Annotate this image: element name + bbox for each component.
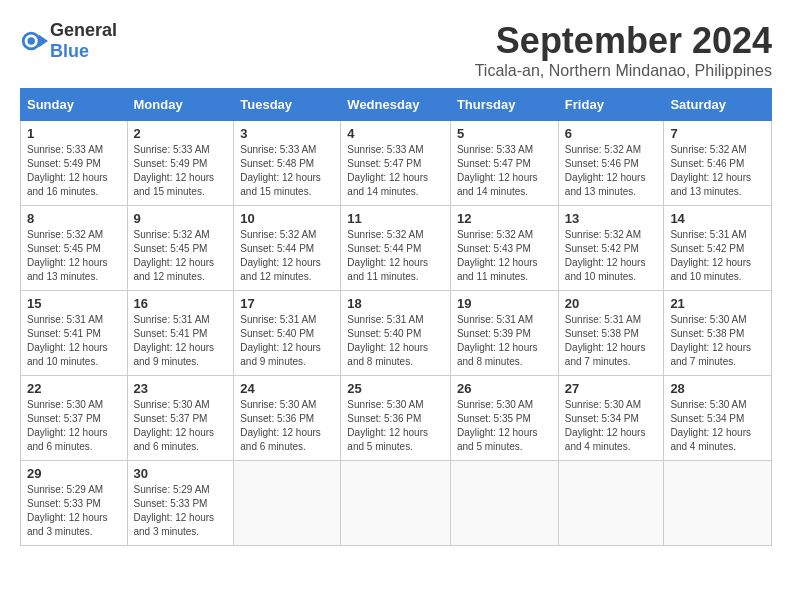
day-info: Sunrise: 5:32 AM Sunset: 5:44 PM Dayligh… [347,228,444,284]
day-info: Sunrise: 5:31 AM Sunset: 5:40 PM Dayligh… [347,313,444,369]
day-info: Sunrise: 5:32 AM Sunset: 5:46 PM Dayligh… [565,143,658,199]
day-number: 9 [134,211,228,226]
day-number: 21 [670,296,765,311]
day-info: Sunrise: 5:30 AM Sunset: 5:37 PM Dayligh… [27,398,121,454]
day-info: Sunrise: 5:30 AM Sunset: 5:36 PM Dayligh… [347,398,444,454]
svg-point-3 [27,37,34,44]
day-number: 18 [347,296,444,311]
day-number: 4 [347,126,444,141]
day-number: 1 [27,126,121,141]
calendar-cell [558,461,664,546]
header-tuesday: Tuesday [234,89,341,121]
day-number: 20 [565,296,658,311]
calendar-cell: 15 Sunrise: 5:31 AM Sunset: 5:41 PM Dayl… [21,291,128,376]
calendar-cell [450,461,558,546]
day-number: 7 [670,126,765,141]
day-number: 12 [457,211,552,226]
logo-general-text: General [50,20,117,40]
day-number: 25 [347,381,444,396]
calendar-row: 29 Sunrise: 5:29 AM Sunset: 5:33 PM Dayl… [21,461,772,546]
day-info: Sunrise: 5:32 AM Sunset: 5:44 PM Dayligh… [240,228,334,284]
calendar-cell: 29 Sunrise: 5:29 AM Sunset: 5:33 PM Dayl… [21,461,128,546]
day-number: 24 [240,381,334,396]
svg-marker-1 [39,34,48,47]
day-info: Sunrise: 5:32 AM Sunset: 5:45 PM Dayligh… [27,228,121,284]
calendar-row: 8 Sunrise: 5:32 AM Sunset: 5:45 PM Dayli… [21,206,772,291]
calendar-cell: 9 Sunrise: 5:32 AM Sunset: 5:45 PM Dayli… [127,206,234,291]
calendar-cell: 10 Sunrise: 5:32 AM Sunset: 5:44 PM Dayl… [234,206,341,291]
day-number: 22 [27,381,121,396]
day-number: 19 [457,296,552,311]
day-info: Sunrise: 5:31 AM Sunset: 5:41 PM Dayligh… [27,313,121,369]
calendar-cell: 6 Sunrise: 5:32 AM Sunset: 5:46 PM Dayli… [558,121,664,206]
calendar-row: 1 Sunrise: 5:33 AM Sunset: 5:49 PM Dayli… [21,121,772,206]
calendar-cell: 19 Sunrise: 5:31 AM Sunset: 5:39 PM Dayl… [450,291,558,376]
day-number: 29 [27,466,121,481]
day-number: 28 [670,381,765,396]
location-subtitle: Ticala-an, Northern Mindanao, Philippine… [475,62,772,80]
calendar-cell [341,461,451,546]
calendar-cell: 2 Sunrise: 5:33 AM Sunset: 5:49 PM Dayli… [127,121,234,206]
day-info: Sunrise: 5:32 AM Sunset: 5:45 PM Dayligh… [134,228,228,284]
day-number: 15 [27,296,121,311]
day-number: 26 [457,381,552,396]
day-info: Sunrise: 5:29 AM Sunset: 5:33 PM Dayligh… [27,483,121,539]
day-info: Sunrise: 5:30 AM Sunset: 5:37 PM Dayligh… [134,398,228,454]
calendar-cell: 1 Sunrise: 5:33 AM Sunset: 5:49 PM Dayli… [21,121,128,206]
day-info: Sunrise: 5:29 AM Sunset: 5:33 PM Dayligh… [134,483,228,539]
calendar-cell: 13 Sunrise: 5:32 AM Sunset: 5:42 PM Dayl… [558,206,664,291]
header-sunday: Sunday [21,89,128,121]
header-thursday: Thursday [450,89,558,121]
day-number: 13 [565,211,658,226]
day-number: 6 [565,126,658,141]
day-info: Sunrise: 5:33 AM Sunset: 5:47 PM Dayligh… [457,143,552,199]
calendar-cell: 11 Sunrise: 5:32 AM Sunset: 5:44 PM Dayl… [341,206,451,291]
day-info: Sunrise: 5:31 AM Sunset: 5:39 PM Dayligh… [457,313,552,369]
logo-blue-text: Blue [50,41,89,61]
calendar-cell: 20 Sunrise: 5:31 AM Sunset: 5:38 PM Dayl… [558,291,664,376]
header-saturday: Saturday [664,89,772,121]
day-number: 17 [240,296,334,311]
calendar-cell: 7 Sunrise: 5:32 AM Sunset: 5:46 PM Dayli… [664,121,772,206]
day-info: Sunrise: 5:32 AM Sunset: 5:43 PM Dayligh… [457,228,552,284]
calendar-cell: 30 Sunrise: 5:29 AM Sunset: 5:33 PM Dayl… [127,461,234,546]
month-year-title: September 2024 [475,20,772,62]
calendar-cell: 5 Sunrise: 5:33 AM Sunset: 5:47 PM Dayli… [450,121,558,206]
day-number: 3 [240,126,334,141]
day-info: Sunrise: 5:30 AM Sunset: 5:34 PM Dayligh… [565,398,658,454]
day-number: 30 [134,466,228,481]
day-info: Sunrise: 5:32 AM Sunset: 5:42 PM Dayligh… [565,228,658,284]
calendar-cell: 12 Sunrise: 5:32 AM Sunset: 5:43 PM Dayl… [450,206,558,291]
day-info: Sunrise: 5:31 AM Sunset: 5:40 PM Dayligh… [240,313,334,369]
header-friday: Friday [558,89,664,121]
day-number: 11 [347,211,444,226]
day-info: Sunrise: 5:31 AM Sunset: 5:41 PM Dayligh… [134,313,228,369]
header-wednesday: Wednesday [341,89,451,121]
day-info: Sunrise: 5:31 AM Sunset: 5:42 PM Dayligh… [670,228,765,284]
calendar-cell: 27 Sunrise: 5:30 AM Sunset: 5:34 PM Dayl… [558,376,664,461]
day-info: Sunrise: 5:31 AM Sunset: 5:38 PM Dayligh… [565,313,658,369]
day-number: 10 [240,211,334,226]
calendar-row: 15 Sunrise: 5:31 AM Sunset: 5:41 PM Dayl… [21,291,772,376]
calendar-row: 22 Sunrise: 5:30 AM Sunset: 5:37 PM Dayl… [21,376,772,461]
day-number: 2 [134,126,228,141]
calendar-cell: 14 Sunrise: 5:31 AM Sunset: 5:42 PM Dayl… [664,206,772,291]
calendar-cell [664,461,772,546]
header-monday: Monday [127,89,234,121]
day-number: 23 [134,381,228,396]
calendar-table: Sunday Monday Tuesday Wednesday Thursday… [20,88,772,546]
calendar-cell: 3 Sunrise: 5:33 AM Sunset: 5:48 PM Dayli… [234,121,341,206]
day-info: Sunrise: 5:32 AM Sunset: 5:46 PM Dayligh… [670,143,765,199]
calendar-cell: 16 Sunrise: 5:31 AM Sunset: 5:41 PM Dayl… [127,291,234,376]
day-number: 16 [134,296,228,311]
day-info: Sunrise: 5:30 AM Sunset: 5:35 PM Dayligh… [457,398,552,454]
title-area: September 2024 Ticala-an, Northern Minda… [475,20,772,80]
calendar-cell: 23 Sunrise: 5:30 AM Sunset: 5:37 PM Dayl… [127,376,234,461]
calendar-cell: 8 Sunrise: 5:32 AM Sunset: 5:45 PM Dayli… [21,206,128,291]
day-info: Sunrise: 5:33 AM Sunset: 5:49 PM Dayligh… [27,143,121,199]
calendar-cell: 4 Sunrise: 5:33 AM Sunset: 5:47 PM Dayli… [341,121,451,206]
day-info: Sunrise: 5:30 AM Sunset: 5:34 PM Dayligh… [670,398,765,454]
logo-icon [20,27,48,55]
day-number: 5 [457,126,552,141]
calendar-cell: 25 Sunrise: 5:30 AM Sunset: 5:36 PM Dayl… [341,376,451,461]
